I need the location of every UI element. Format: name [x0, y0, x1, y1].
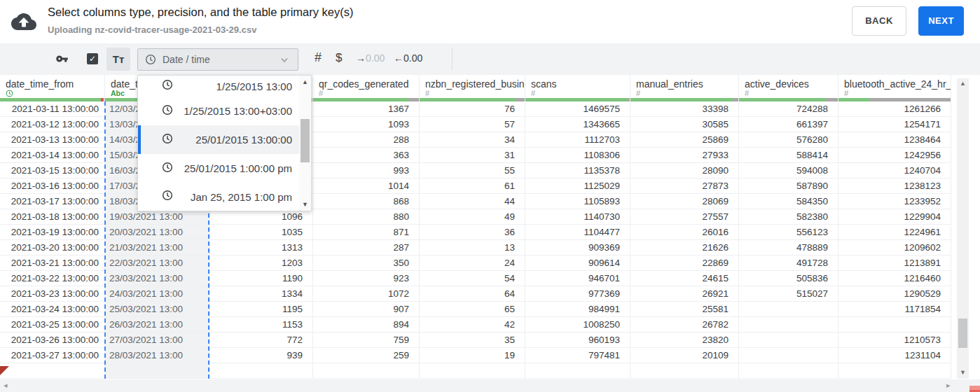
table-cell[interactable]: 1008250	[525, 317, 630, 332]
table-cell[interactable]: 28/03/2021 13:00	[105, 348, 209, 363]
table-cell[interactable]: 363	[313, 148, 419, 163]
table-cell[interactable]: 2021-03-14 13:00:00	[0, 148, 104, 163]
table-cell[interactable]: 259	[313, 348, 419, 363]
column-header[interactable]: date_time_from	[0, 75, 104, 102]
table-cell[interactable]: 1224961	[838, 225, 951, 240]
table-cell[interactable]	[739, 348, 838, 363]
include-column-checkbox[interactable]: ✓	[87, 53, 98, 64]
table-cell[interactable]	[739, 332, 838, 348]
column-active_devices[interactable]: active_devices#7242886613975762805884145…	[739, 75, 838, 379]
table-cell[interactable]: 1014	[313, 178, 419, 194]
column-nzbn_registered_busine[interactable]: nzbn_registered_busine#76573431556144493…	[420, 75, 525, 379]
table-cell[interactable]: 894	[313, 317, 419, 332]
table-cell[interactable]: 1313	[210, 240, 312, 255]
table-cell[interactable]: 2021-03-12 13:00:00	[0, 117, 104, 132]
table-cell[interactable]	[630, 363, 738, 379]
table-cell[interactable]: 33398	[630, 102, 738, 117]
vertical-scrollbar-thumb[interactable]	[958, 318, 967, 348]
table-cell[interactable]: 1238123	[838, 178, 951, 194]
table-cell[interactable]: 350	[313, 255, 419, 271]
table-cell[interactable]: 556123	[739, 225, 838, 240]
column-date_time_from[interactable]: date_time_from2021-03-11 13:00:002021-03…	[0, 75, 105, 379]
table-cell[interactable]	[313, 363, 419, 379]
table-cell[interactable]: 2021-03-21 13:00:00	[0, 255, 104, 271]
table-cell[interactable]: 576280	[739, 132, 838, 148]
table-cell[interactable]: 977369	[525, 286, 630, 302]
table-cell[interactable]: 26016	[630, 225, 738, 240]
table-cell[interactable]: 2021-03-15 13:00:00	[0, 163, 104, 178]
table-cell[interactable]: 946701	[525, 271, 630, 286]
table-cell[interactable]: 584350	[739, 194, 838, 209]
scroll-down-icon[interactable]: ▼	[957, 369, 969, 376]
table-cell[interactable]: 22869	[630, 255, 738, 271]
table-cell[interactable]: 2021-03-20 13:00:00	[0, 240, 104, 255]
date-format-option[interactable]: Jan 25, 2015 1:00 pm	[138, 183, 301, 211]
table-cell[interactable]: 13	[420, 240, 525, 255]
scroll-right-icon[interactable]: ▸	[946, 381, 951, 390]
table-cell[interactable]: 993	[313, 163, 419, 178]
table-cell[interactable]: 2021-03-16 13:00:00	[0, 178, 104, 194]
table-cell[interactable]: 1334	[210, 286, 312, 302]
table-cell[interactable]: 1242956	[838, 148, 951, 163]
column-qr_codes_generated[interactable]: qr_codes_generated#136710932883639931014…	[313, 75, 420, 379]
table-cell[interactable]: 23820	[630, 332, 738, 348]
table-cell[interactable]: 2021-03-25 13:00:00	[0, 317, 104, 332]
table-cell[interactable]: 1290529	[838, 286, 951, 302]
table-cell[interactable]: 1135378	[525, 163, 630, 178]
table-cell[interactable]: 1125029	[525, 178, 630, 194]
table-cell[interactable]: 1240704	[838, 163, 951, 178]
primary-key-icon[interactable]	[55, 52, 69, 65]
table-cell[interactable]: 588414	[739, 148, 838, 163]
table-cell[interactable]: 20/03/2021 13:00	[105, 225, 209, 240]
table-cell[interactable]: 1035	[210, 225, 312, 240]
table-cell[interactable]: 505836	[739, 271, 838, 286]
table-cell[interactable]: 26782	[630, 317, 738, 332]
scroll-up-icon[interactable]: ▲	[957, 80, 969, 87]
table-cell[interactable]	[525, 363, 630, 379]
number-type-button[interactable]: #	[315, 50, 322, 65]
dropdown-scroll-up-icon[interactable]: ▲	[299, 78, 311, 85]
dropdown-scroll-down-icon[interactable]: ▼	[299, 201, 311, 208]
text-type-button[interactable]: Tᴛ	[106, 48, 130, 71]
table-cell[interactable]	[210, 363, 312, 379]
decrease-precision-button[interactable]: →0.00	[356, 52, 385, 64]
column-header[interactable]: qr_codes_generated#	[313, 75, 419, 102]
table-cell[interactable]: 1216460	[838, 271, 951, 286]
column-header[interactable]: active_devices#	[739, 75, 838, 102]
table-cell[interactable]: 1112703	[525, 132, 630, 148]
table-cell[interactable]	[0, 363, 104, 379]
table-cell[interactable]: 582380	[739, 209, 838, 225]
date-format-option[interactable]: 25/01/2015 13:00:00	[138, 125, 301, 154]
table-cell[interactable]: 76	[420, 102, 525, 117]
scroll-left-icon[interactable]: ◂	[4, 381, 8, 390]
table-cell[interactable]: 515027	[739, 286, 838, 302]
table-cell[interactable]: 1203	[210, 255, 312, 271]
table-cell[interactable]: 20109	[630, 348, 738, 363]
table-cell[interactable]: 49	[420, 209, 525, 225]
table-cell[interactable]: 54	[420, 271, 525, 286]
table-cell[interactable]: 1108306	[525, 148, 630, 163]
next-button[interactable]: NEXT	[918, 6, 964, 36]
column-header[interactable]: bluetooth_active_24_hr_#	[838, 75, 951, 102]
table-cell[interactable]: 1153	[210, 317, 312, 332]
table-cell[interactable]	[838, 363, 951, 379]
table-cell[interactable]: 25581	[630, 302, 738, 317]
table-cell[interactable]: 1229904	[838, 209, 951, 225]
table-cell[interactable]: 1261266	[838, 102, 951, 117]
table-cell[interactable]: 1209602	[838, 240, 951, 255]
table-cell[interactable]: 42	[420, 317, 525, 332]
table-cell[interactable]: 27557	[630, 209, 738, 225]
table-cell[interactable]: 868	[313, 194, 419, 209]
table-cell[interactable]: 772	[210, 332, 312, 348]
table-cell[interactable]: 759	[313, 332, 419, 348]
increase-precision-button[interactable]: ←0.00	[394, 52, 422, 64]
date-format-option[interactable]: 1/25/2015 13:00	[138, 76, 301, 97]
table-cell[interactable]: 661397	[739, 117, 838, 132]
table-cell[interactable]: 28069	[630, 194, 738, 209]
column-header[interactable]: manual_entries#	[630, 75, 738, 102]
column-header[interactable]: scans#	[525, 75, 630, 102]
table-cell[interactable]: 287	[313, 240, 419, 255]
table-cell[interactable]: 880	[313, 209, 419, 225]
table-cell[interactable]: 1195	[210, 302, 312, 317]
table-cell[interactable]	[105, 363, 209, 379]
